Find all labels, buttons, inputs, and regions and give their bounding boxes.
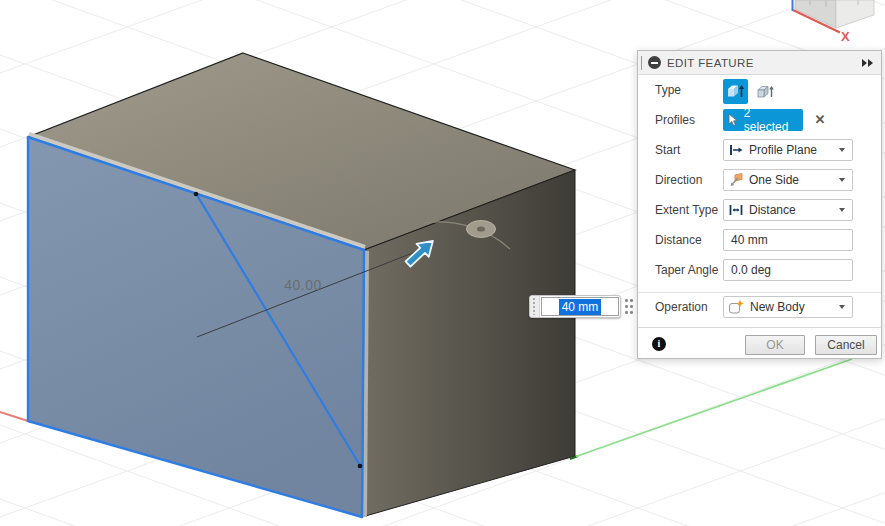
row-operation: Operation New Body — [638, 295, 881, 319]
row-type: Type — [638, 78, 881, 102]
edit-feature-dialog: EDIT FEATURE Type — [637, 50, 882, 359]
row-distance: Distance 40 mm — [638, 228, 881, 252]
extent-type-value: Distance — [749, 203, 834, 217]
start-value: Profile Plane — [749, 143, 834, 157]
taper-disc-center — [477, 226, 485, 231]
chevron-down-icon — [839, 148, 845, 152]
profile-plane-icon — [728, 142, 744, 158]
info-icon[interactable] — [652, 337, 666, 351]
ok-button[interactable]: OK — [745, 335, 805, 355]
extent-type-label: Extent Type — [655, 198, 718, 222]
selected-input-text: 40 mm — [559, 299, 602, 315]
new-body-icon — [728, 299, 745, 315]
cursor-icon — [728, 113, 739, 127]
dimension-label[interactable]: 40.00 — [284, 277, 322, 293]
distance-input[interactable]: 40 mm — [723, 229, 853, 251]
x-axis — [0, 412, 28, 421]
viewcube[interactable]: X — [793, 0, 875, 44]
clear-selection-icon[interactable]: ✕ — [809, 109, 831, 131]
operation-value: New Body — [750, 300, 834, 314]
section-divider — [638, 292, 881, 293]
row-start: Start Profile Plane — [638, 138, 881, 162]
sketch-vertex-top[interactable] — [194, 192, 199, 197]
drag-grip-icon[interactable] — [641, 56, 642, 70]
extrude-thin-button[interactable] — [753, 79, 778, 104]
extrude-solid-button[interactable] — [723, 79, 748, 104]
row-profiles: Profiles 2 selected ✕ — [638, 108, 881, 132]
y-axis — [576, 359, 852, 457]
viewcube-x-label: X — [841, 29, 850, 44]
chevron-down-icon — [839, 178, 845, 182]
distance-value: 40 mm — [731, 233, 768, 247]
right-edge-highlight — [365, 251, 367, 517]
distance-label: Distance — [655, 228, 702, 252]
row-extent-type: Extent Type Distance — [638, 198, 881, 222]
taper-angle-value: 0.0 deg — [731, 263, 771, 277]
type-label: Type — [655, 78, 681, 102]
start-label: Start — [655, 138, 680, 162]
profiles-selection-button[interactable]: 2 selected — [723, 109, 803, 131]
cancel-button[interactable]: Cancel — [815, 335, 877, 355]
viewcube-right-face[interactable] — [836, 0, 874, 28]
extrude-solid-icon — [726, 82, 745, 101]
operation-label: Operation — [655, 295, 708, 319]
taper-angle-label: Taper Angle — [655, 258, 718, 282]
dialog-footer: OK Cancel — [638, 327, 881, 358]
extent-type-dropdown[interactable]: Distance — [723, 199, 853, 221]
distance-inline-input[interactable]: 40 mm — [541, 297, 619, 316]
start-dropdown[interactable]: Profile Plane — [723, 139, 853, 161]
dock-arrows-icon[interactable] — [862, 59, 873, 67]
taper-angle-input[interactable]: 0.0 deg — [723, 259, 853, 281]
dialog-title: EDIT FEATURE — [667, 57, 754, 69]
value-box-options-handle[interactable] — [625, 299, 633, 314]
sketch-vertex-bottom[interactable] — [358, 464, 363, 469]
row-taper-angle: Taper Angle 0.0 deg — [638, 258, 881, 282]
profiles-count: 2 selected — [744, 106, 797, 134]
distance-extent-icon — [728, 202, 744, 218]
manipulator-value-box: 40 mm — [529, 295, 621, 318]
one-side-icon — [728, 172, 744, 188]
extrude-thin-icon — [756, 82, 775, 101]
operation-dropdown[interactable]: New Body — [723, 296, 853, 318]
profiles-label: Profiles — [655, 108, 695, 132]
fusion-viewport: 40.00 X 40 mm — [0, 0, 885, 526]
dialog-header[interactable]: EDIT FEATURE — [638, 51, 881, 75]
chevron-down-icon — [839, 305, 845, 309]
direction-value: One Side — [749, 173, 834, 187]
direction-dropdown[interactable]: One Side — [723, 169, 853, 191]
direction-label: Direction — [655, 168, 702, 192]
collapse-circle-icon[interactable] — [648, 56, 661, 69]
value-box-drag-grip[interactable] — [530, 296, 540, 317]
chevron-down-icon — [839, 208, 845, 212]
row-direction: Direction One Side — [638, 168, 881, 192]
